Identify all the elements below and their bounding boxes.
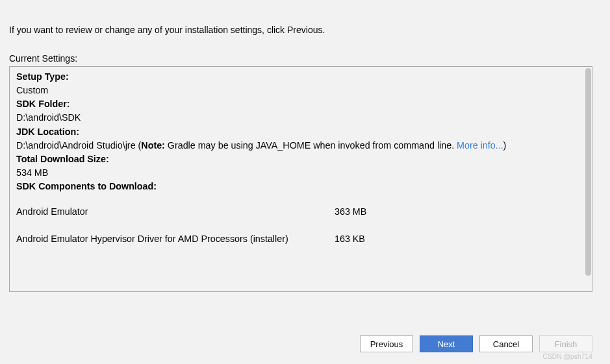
more-info-link[interactable]: More info...: [457, 140, 503, 151]
button-bar: Previous Next Cancel Finish: [360, 335, 592, 352]
watermark: CSDN @psh714: [543, 353, 592, 360]
sdk-folder-label: SDK Folder:: [16, 97, 585, 111]
next-button[interactable]: Next: [420, 335, 473, 352]
table-row: Android Emulator 363 MB: [16, 205, 413, 223]
scrollbar[interactable]: [585, 68, 591, 276]
table-row: Android Emulator Hypervisor Driver for A…: [16, 232, 413, 250]
jdk-note-bold: Note:: [141, 140, 165, 151]
jdk-location-label: JDK Location:: [16, 125, 585, 139]
component-size: 163 KB: [335, 232, 413, 250]
component-name: Android Emulator: [16, 205, 335, 223]
component-size: 363 MB: [335, 205, 413, 223]
intro-text: If you want to review or change any of y…: [9, 25, 601, 35]
cancel-button[interactable]: Cancel: [479, 335, 533, 352]
wizard-page: If you want to review or change any of y…: [0, 0, 610, 364]
total-download-label: Total Download Size:: [16, 152, 585, 166]
total-download-value: 534 MB: [16, 166, 585, 180]
previous-button[interactable]: Previous: [360, 335, 413, 352]
current-settings-label: Current Settings:: [9, 53, 601, 64]
components-label: SDK Components to Download:: [16, 180, 585, 193]
settings-panel: Setup Type: Custom SDK Folder: D:\androi…: [9, 66, 592, 292]
setup-type-label: Setup Type:: [16, 70, 585, 84]
close-paren: ): [503, 140, 507, 151]
setup-type-value: Custom: [16, 84, 585, 97]
jdk-path-text: D:\android\Android Studio\jre (: [16, 140, 141, 151]
jdk-note-rest: Gradle may be using JAVA_HOME when invok…: [165, 140, 457, 151]
jdk-location-value: D:\android\Android Studio\jre (Note: Gra…: [16, 139, 585, 152]
finish-button: Finish: [539, 335, 592, 352]
components-table: Android Emulator 363 MB Android Emulator…: [16, 205, 413, 249]
component-name: Android Emulator Hypervisor Driver for A…: [16, 232, 335, 250]
sdk-folder-value: D:\android\SDK: [16, 111, 585, 125]
settings-content: Setup Type: Custom SDK Folder: D:\androi…: [16, 70, 585, 250]
